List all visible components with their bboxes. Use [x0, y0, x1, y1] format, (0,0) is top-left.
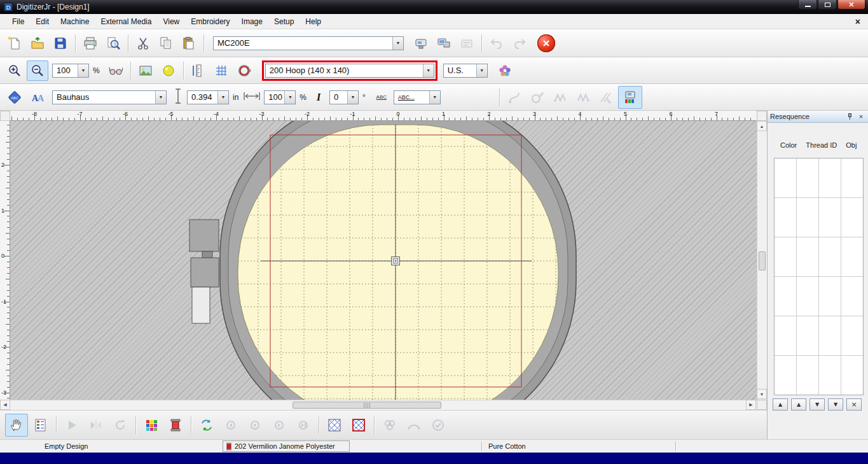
chevron-down-icon[interactable]: ▼ [392, 37, 403, 50]
color-cycle-button[interactable] [195, 414, 218, 437]
scroll-left-icon[interactable]: ◀ [0, 400, 10, 410]
menu-item-edit[interactable]: Edit [30, 15, 55, 29]
show-fabric-button[interactable] [323, 414, 346, 437]
v-ruler-tick [6, 233, 10, 234]
touch-up-image-button[interactable] [158, 60, 179, 81]
paste-button[interactable] [178, 33, 200, 53]
move-to-bottom-button[interactable]: ▼ [828, 398, 843, 411]
redo-button[interactable] [509, 33, 530, 53]
machine-connection-button[interactable] [433, 33, 455, 53]
print-preview-button[interactable] [102, 33, 124, 53]
design-colors-button[interactable] [140, 414, 163, 437]
menu-item-file[interactable]: File [6, 15, 30, 29]
zoom-in-button[interactable] [4, 60, 25, 81]
resequence-table[interactable] [774, 158, 864, 395]
delete-object-button[interactable]: × [846, 398, 862, 411]
move-down-button[interactable]: ▼ [809, 398, 825, 411]
travel-to-start-button[interactable] [219, 414, 242, 437]
chevron-down-icon[interactable]: ▼ [155, 91, 166, 104]
mirror-button[interactable] [85, 414, 107, 437]
undo-button[interactable] [486, 33, 507, 53]
baseline-select-combo[interactable]: ABC... ▼ [394, 90, 441, 104]
tie-in-button[interactable] [549, 87, 571, 108]
save-design-button[interactable] [50, 33, 71, 53]
copy-button[interactable] [155, 33, 177, 53]
thread-colors-button[interactable] [494, 60, 516, 81]
new-design-button[interactable] [4, 33, 25, 53]
hoop-select-combo[interactable]: 200 Hoop (140 x 140) ▼ [265, 64, 434, 78]
open-design-button[interactable] [27, 33, 48, 53]
menu-item-setup[interactable]: Setup [268, 15, 300, 29]
scroll-down-icon[interactable]: ▼ [757, 389, 767, 399]
write-to-machine-button[interactable] [410, 33, 432, 53]
chevron-down-icon[interactable]: ▼ [347, 91, 358, 104]
zoom-out-button[interactable] [27, 60, 48, 81]
mdi-close-icon[interactable]: × [855, 18, 860, 25]
menu-item-embroidery[interactable]: Embroidery [185, 15, 235, 29]
insert-image-button[interactable] [135, 60, 156, 81]
scroll-up-icon[interactable]: ▲ [757, 121, 767, 131]
print-button[interactable] [79, 33, 101, 53]
measure-ruler-button[interactable] [188, 60, 209, 81]
menu-item-image[interactable]: Image [236, 15, 268, 29]
letter-height-combo[interactable]: 0.394 ▼ [187, 90, 229, 104]
travel-previous-button[interactable] [244, 414, 266, 437]
cut-button[interactable] [132, 33, 154, 53]
letter-width-combo[interactable]: 100 ▼ [264, 90, 296, 104]
group-button[interactable] [378, 414, 401, 437]
pan-tool-button[interactable] [5, 414, 28, 437]
tie-off-button[interactable] [572, 87, 594, 108]
vertical-scrollbar[interactable]: ▲ ▼ [757, 121, 767, 400]
closest-join-button[interactable] [504, 87, 525, 108]
lettering-button[interactable]: AA [27, 87, 48, 108]
font-select-combo[interactable]: Bauhaus ▼ [52, 90, 167, 104]
chevron-down-icon[interactable]: ▼ [429, 91, 440, 104]
panel-close-icon[interactable]: × [857, 113, 865, 121]
menu-item-external-media[interactable]: External Media [95, 15, 157, 29]
v-ruler-tick [4, 256, 10, 257]
resequence-toggle-button[interactable] [618, 86, 642, 109]
object-details-button[interactable] [29, 414, 52, 437]
machine-select-combo[interactable]: MC200E ▼ [213, 36, 404, 50]
chevron-down-icon[interactable]: ▼ [476, 64, 487, 77]
apply-check-button[interactable] [427, 414, 450, 437]
close-design-button[interactable] [534, 32, 558, 55]
move-to-top-button[interactable]: ▲ [773, 398, 788, 411]
stitch-angle-button[interactable] [595, 87, 617, 108]
hoop-toggle-button[interactable] [233, 60, 255, 81]
design-transfer-button[interactable] [456, 33, 478, 53]
rotate-button[interactable] [109, 414, 132, 437]
close-button[interactable] [837, 0, 865, 10]
move-up-button[interactable]: ▲ [791, 398, 806, 411]
horizontal-scroll-thumb[interactable] [293, 402, 441, 409]
menu-item-help[interactable]: Help [300, 15, 327, 29]
design-canvas[interactable] [10, 121, 757, 400]
travel-next-button[interactable] [268, 414, 291, 437]
monogram-button[interactable]: ABC [4, 87, 25, 108]
travel-to-end-button[interactable] [292, 414, 315, 437]
show-design-glasses-button[interactable] [105, 60, 127, 81]
stitch-player-button[interactable] [60, 414, 83, 437]
units-select-combo[interactable]: U.S. ▼ [443, 64, 488, 78]
arc-tool-button[interactable] [403, 414, 425, 437]
minimize-button[interactable] [798, 0, 817, 10]
letter-angle-combo[interactable]: 0 ▼ [329, 90, 359, 104]
chevron-down-icon[interactable]: ▼ [284, 91, 295, 104]
thread-chart-button[interactable] [164, 414, 187, 437]
scroll-right-icon[interactable]: ▶ [746, 400, 756, 410]
chevron-down-icon[interactable]: ▼ [78, 64, 88, 77]
vertical-scroll-thumb[interactable] [759, 251, 766, 271]
menu-item-view[interactable]: View [157, 15, 185, 29]
zoom-level-combo[interactable]: 100 ▼ [52, 64, 89, 78]
maximize-button[interactable] [818, 0, 837, 10]
menu-item-machine[interactable]: Machine [55, 15, 95, 29]
chevron-down-icon[interactable]: ▼ [217, 91, 228, 104]
h-ruler-tick [682, 118, 683, 120]
italic-button[interactable]: I [312, 87, 326, 108]
edit-outline-button[interactable] [527, 87, 548, 108]
horizontal-scrollbar[interactable]: ◀ ▶ [0, 400, 757, 410]
pin-icon[interactable] [845, 113, 854, 121]
show-quilt-block-button[interactable] [347, 414, 370, 437]
grid-toggle-button[interactable] [210, 60, 232, 81]
chevron-down-icon[interactable]: ▼ [423, 64, 434, 77]
